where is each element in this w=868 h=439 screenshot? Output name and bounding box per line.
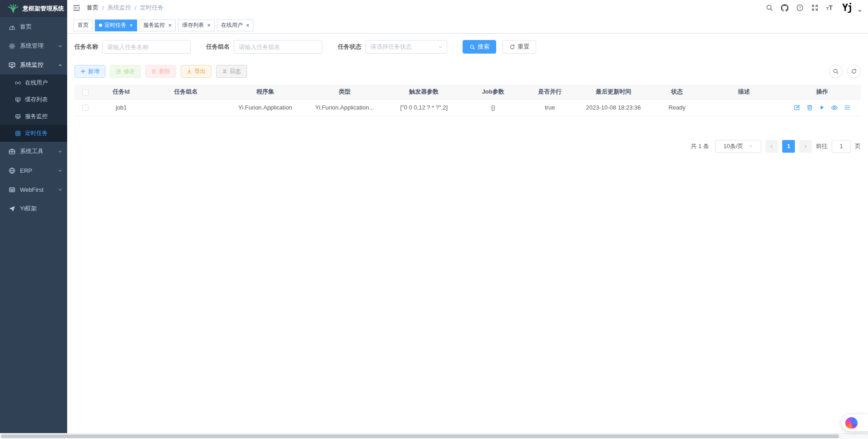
navbar-actions: ? TT Yj: [766, 1, 862, 15]
fullscreen-icon[interactable]: [811, 4, 819, 11]
paper-plane-icon: [9, 205, 15, 212]
filter-form: 任务名称 任务组名 任务状态 请选择任务状态 搜索: [74, 40, 861, 54]
chevron-down-icon: [58, 168, 63, 173]
refresh-table-button[interactable]: [847, 65, 861, 78]
tab-label: 在线用户: [221, 21, 243, 29]
page-content: 任务名称 任务组名 任务状态 请选择任务状态 搜索: [67, 34, 868, 439]
avatar[interactable]: Yj: [840, 1, 854, 15]
edit-button[interactable]: 修改: [110, 65, 141, 78]
row-view-icon[interactable]: [831, 104, 838, 111]
sidebar-item-yi-framework[interactable]: Yi框架: [0, 199, 67, 218]
filter-task-group: 任务组名: [206, 40, 322, 54]
pagination: 共 1 条 10条/页 1 前往 页: [74, 140, 861, 153]
sidebar-item-system-mgmt[interactable]: 系统管理: [0, 36, 67, 55]
row-checkbox[interactable]: [82, 105, 89, 111]
row-delete-icon[interactable]: [806, 104, 813, 111]
log-button[interactable]: 日志: [216, 65, 247, 78]
toggle-search-button[interactable]: [829, 65, 843, 78]
chevron-down-icon: [58, 44, 63, 49]
cache-list-icon: [15, 97, 21, 103]
globe-icon: [9, 167, 15, 174]
row-log-icon[interactable]: [844, 104, 851, 111]
tab-online-users[interactable]: 在线用户 ×: [217, 20, 254, 31]
tab-label: 缓存列表: [182, 21, 204, 29]
close-icon[interactable]: ×: [168, 22, 172, 28]
sidebar-item-cache-list[interactable]: 缓存列表: [0, 91, 67, 108]
select-all-checkbox[interactable]: [82, 89, 89, 95]
chevron-down-icon: [58, 149, 63, 154]
assistant-widget[interactable]: [842, 414, 868, 431]
chevron-down-icon: [748, 144, 753, 149]
reset-button[interactable]: 重置: [503, 40, 536, 54]
delete-button[interactable]: 删除: [145, 65, 176, 78]
row-run-icon[interactable]: [819, 105, 825, 110]
goto-page-input[interactable]: [832, 140, 851, 153]
task-name-label: 任务名称: [74, 43, 98, 51]
sidebar-item-scheduled-tasks[interactable]: 定时任务: [0, 125, 67, 142]
system-monitor-submenu: 在线用户 缓存列表 服务监控: [0, 75, 67, 142]
task-status-select[interactable]: 请选择任务状态: [365, 40, 447, 54]
cell-type: Yi.Furion.Application...: [305, 99, 385, 116]
cell-task-id: job1: [96, 99, 146, 116]
sidebar-item-online-users[interactable]: 在线用户: [0, 75, 67, 91]
task-group-label: 任务组名: [206, 43, 230, 51]
task-status-label: 任务状态: [338, 43, 361, 51]
app-logo[interactable]: 意框架管理系统: [0, 0, 67, 17]
help-icon[interactable]: ?: [796, 4, 804, 11]
task-group-input[interactable]: [234, 40, 322, 54]
page-number-1[interactable]: 1: [782, 140, 795, 153]
search-icon: [833, 68, 839, 75]
active-tab-dot: [99, 24, 102, 27]
breadcrumb-home[interactable]: 首页: [87, 4, 99, 12]
font-size-icon[interactable]: TT: [826, 5, 833, 11]
grid-table-icon: [9, 186, 15, 193]
sidebar-item-system-tools[interactable]: 系统工具: [0, 142, 67, 161]
toolbox-icon: [9, 148, 15, 155]
sidebar-collapse-icon[interactable]: [73, 4, 80, 12]
close-icon[interactable]: ×: [246, 22, 250, 28]
horizontal-scrollbar[interactable]: [0, 433, 868, 439]
tab-scheduled-tasks[interactable]: 定时任务 ×: [95, 20, 137, 31]
toolbar-right-actions: [829, 65, 861, 78]
col-task-id: 任务Id: [96, 85, 146, 99]
close-icon[interactable]: ×: [129, 22, 133, 28]
search-button[interactable]: 搜索: [463, 40, 496, 54]
add-button[interactable]: 新增: [74, 65, 105, 78]
cell-trigger-params: ["0 0 0,12 ? * ?",2]: [384, 99, 464, 116]
filter-task-name: 任务名称: [74, 40, 191, 54]
tab-label: 定时任务: [104, 21, 126, 29]
monitor-icon: [9, 62, 15, 69]
sidebar-item-service-monitor[interactable]: 服务监控: [0, 108, 67, 125]
tab-home[interactable]: 首页: [74, 20, 93, 31]
prev-page-button[interactable]: [765, 140, 778, 153]
sidebar-item-system-monitor[interactable]: 系统监控: [0, 55, 67, 75]
tab-service-monitor[interactable]: 服务监控 ×: [139, 20, 176, 31]
trash-icon: [151, 69, 157, 74]
sidebar-item-label: 首页: [20, 23, 32, 31]
tab-cache-list[interactable]: 缓存列表 ×: [178, 20, 215, 31]
tab-label: 首页: [78, 21, 89, 29]
cell-updated-at: 2023-10-08 18:23:36: [577, 99, 650, 116]
export-button[interactable]: 导出: [181, 65, 212, 78]
github-icon[interactable]: [781, 4, 789, 12]
gear-icon: [9, 43, 15, 50]
next-page-button[interactable]: [799, 140, 812, 153]
sidebar-item-erp[interactable]: ERP: [0, 161, 67, 180]
search-icon[interactable]: [766, 4, 773, 11]
sidebar-item-label: WebFirst: [20, 186, 44, 193]
sidebar-menu: 首页 系统管理 系统监控: [0, 17, 67, 218]
sidebar-item-home[interactable]: 首页: [0, 17, 67, 36]
avatar-caret-icon[interactable]: [858, 10, 862, 12]
sidebar-item-webfirst[interactable]: WebFirst: [0, 180, 67, 199]
refresh-icon: [509, 44, 515, 50]
tasks-table: 任务Id 任务组名 程序集 类型 触发器参数 Job参数 是否并行 最后更新时间…: [74, 85, 861, 116]
col-concurrent: 是否并行: [523, 85, 577, 99]
scrollbar-thumb[interactable]: [1, 434, 839, 438]
online-users-icon: [15, 80, 21, 86]
chevron-down-icon: [58, 187, 63, 192]
close-icon[interactable]: ×: [207, 22, 211, 28]
task-name-input[interactable]: [102, 40, 191, 54]
row-edit-icon[interactable]: [794, 104, 800, 111]
col-status: 状态: [650, 85, 704, 99]
page-size-select[interactable]: 10条/页: [715, 140, 761, 153]
